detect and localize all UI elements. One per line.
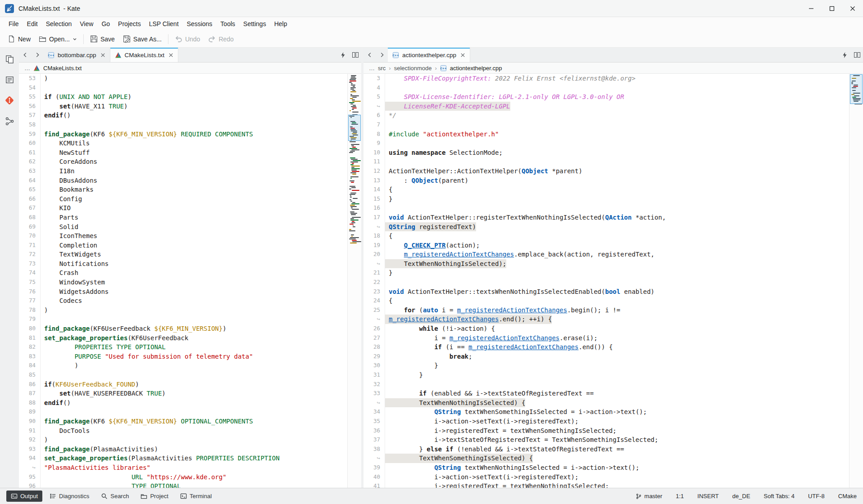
code-line[interactable]: 37 i->textStateOfRegisteredText = TextWh…: [363, 435, 849, 445]
code-line[interactable]: 3 SPDX-FileCopyrightText: 2022 Felix Ern…: [363, 74, 849, 83]
toolview-terminal-button[interactable]: Terminal: [176, 490, 216, 502]
menu-file[interactable]: File: [5, 18, 23, 29]
tab-bottombar.cpp[interactable]: C++bottombar.cpp: [43, 48, 110, 62]
code-line[interactable]: 4: [363, 83, 849, 93]
minimap-viewport[interactable]: [850, 74, 863, 104]
open-button[interactable]: Open...: [35, 33, 81, 45]
editor-left[interactable]: 53)5455if (UNIX AND NOT APPLE)56 set(HAV…: [19, 74, 361, 488]
code-line[interactable]: 16: [363, 203, 849, 213]
code-line[interactable]: 23void ActionTextHelper::textsWhenNothin…: [363, 287, 849, 297]
menu-view[interactable]: View: [76, 18, 97, 29]
history-back-button[interactable]: [19, 48, 31, 62]
history-forward-button[interactable]: [376, 48, 388, 62]
code-line[interactable]: 36 i->registeredText = textWhenSomething…: [363, 426, 849, 436]
code-line[interactable]: ↪ TextWhenNothingIsSelected);: [363, 259, 849, 269]
toolview-output-button[interactable]: Output: [6, 490, 42, 502]
code-line[interactable]: 27 i = m_registeredActionTextChanges.era…: [363, 333, 849, 343]
menu-selection[interactable]: Selection: [42, 18, 76, 29]
breadcrumb-overflow-button[interactable]: …: [369, 65, 375, 72]
code-line[interactable]: 60 KCMUtils: [19, 139, 347, 148]
toolview-project-button[interactable]: Project: [136, 490, 173, 502]
code-line[interactable]: 25 for (auto i = m_registeredActionTextC…: [363, 306, 849, 315]
code-line[interactable]: 73 Notifications: [19, 259, 347, 269]
code-line[interactable]: 88endif(): [19, 398, 347, 408]
tab-close-button[interactable]: [168, 53, 173, 58]
breadcrumb-overflow-button[interactable]: …: [24, 65, 30, 72]
cursor-position[interactable]: 1:1: [676, 493, 684, 500]
code-line[interactable]: 94set_package_properties(PlasmaActivitie…: [19, 454, 347, 463]
code-line[interactable]: 79: [19, 315, 347, 324]
code-line[interactable]: 32: [363, 380, 849, 389]
code-line[interactable]: 7: [363, 120, 849, 130]
save-as-button[interactable]: Save As...: [119, 33, 166, 45]
code-line[interactable]: 80find_package(KF6UserFeedback ${KF6_MIN…: [19, 324, 347, 333]
code-line[interactable]: 59find_package(KF6 ${KF6_MIN_VERSION} RE…: [19, 130, 347, 139]
code-line[interactable]: 87 set(HAVE_KUSERFEEDBACK TRUE): [19, 389, 347, 398]
code-line[interactable]: 57endif(): [19, 111, 347, 120]
code-line[interactable]: 78): [19, 306, 347, 315]
split-view-button[interactable]: [349, 48, 361, 62]
breadcrumb-item[interactable]: src: [378, 65, 386, 72]
split-view-button[interactable]: [851, 48, 863, 62]
history-forward-button[interactable]: [31, 48, 43, 62]
code-line[interactable]: 61 NewStuff: [19, 148, 347, 158]
code-line[interactable]: 14{: [363, 185, 849, 194]
code-line[interactable]: 6*/: [363, 111, 849, 120]
minimap-scrollbar-left[interactable]: [347, 74, 361, 488]
code-line[interactable]: 76 WidgetsAddons: [19, 287, 347, 297]
code-line[interactable]: 67 KIO: [19, 203, 347, 213]
highlight-mode[interactable]: CMake: [838, 493, 857, 500]
code-line[interactable]: 8#include "actiontexthelper.h": [363, 130, 849, 139]
code-line[interactable]: 31 }: [363, 370, 849, 380]
code-line[interactable]: 92): [19, 435, 347, 445]
code-line[interactable]: 71 Completion: [19, 241, 347, 250]
code-line[interactable]: 22: [363, 278, 849, 287]
redo-button[interactable]: Redo: [204, 33, 237, 45]
tab-close-button[interactable]: [100, 53, 105, 58]
toolview-diagnostics-button[interactable]: Diagnostics: [45, 490, 94, 502]
code-line[interactable]: 53): [19, 74, 347, 83]
code-area-right[interactable]: 3 SPDX-FileCopyrightText: 2022 Felix Ern…: [363, 74, 849, 488]
code-line[interactable]: 72 TextWidgets: [19, 250, 347, 259]
code-line[interactable]: ↪ LicenseRef-KDE-Accepted-LGPL: [363, 102, 849, 111]
code-line[interactable]: 81set_package_properties(KF6UserFeedback: [19, 333, 347, 343]
history-back-button[interactable]: [363, 48, 376, 62]
code-line[interactable]: 65 Bookmarks: [19, 185, 347, 194]
menu-projects[interactable]: Projects: [114, 18, 145, 29]
code-line[interactable]: 9: [363, 139, 849, 148]
menu-settings[interactable]: Settings: [239, 18, 270, 29]
code-line[interactable]: 93find_package(PlasmaActivities): [19, 445, 347, 454]
code-line[interactable]: 20 m_registeredActionTextChanges.emplace…: [363, 250, 849, 259]
code-line[interactable]: 69 Solid: [19, 222, 347, 232]
minimap-viewport[interactable]: [348, 115, 361, 141]
menu-edit[interactable]: Edit: [23, 18, 42, 29]
code-line[interactable]: 84 ): [19, 361, 347, 370]
code-line[interactable]: 17void ActionTextHelper::registerTextWhe…: [363, 213, 849, 222]
code-line[interactable]: 58: [19, 120, 347, 130]
code-line[interactable]: 12ActionTextHelper::ActionTextHelper(QOb…: [363, 166, 849, 176]
code-line[interactable]: 39 QString textWhenNothingIsSelected = i…: [363, 463, 849, 472]
sidebar-git-button[interactable]: [3, 94, 16, 107]
breadcrumb-item[interactable]: selectionmode: [394, 65, 432, 72]
code-line[interactable]: 35 i->action->setText(i->registeredText)…: [363, 417, 849, 426]
toolview-search-button[interactable]: Search: [96, 490, 133, 502]
code-line[interactable]: ↪ TextWhenNothingIsSelected) {: [363, 398, 849, 408]
git-branch-indicator[interactable]: master: [636, 493, 663, 500]
code-line[interactable]: 10using namespace SelectionMode;: [363, 148, 849, 158]
tab-width-setting[interactable]: Soft Tabs: 4: [764, 493, 795, 500]
code-line[interactable]: 63 I18n: [19, 166, 347, 176]
code-line[interactable]: ↪ TextWhenSomethingIsSelected) {: [363, 454, 849, 463]
menu-lsp-client[interactable]: LSP Client: [145, 18, 183, 29]
code-line[interactable]: 29 break;: [363, 352, 849, 361]
code-line[interactable]: 26 while (!i->action) {: [363, 324, 849, 333]
code-line[interactable]: 66 Config: [19, 194, 347, 204]
editor-right[interactable]: 3 SPDX-FileCopyrightText: 2022 Felix Ern…: [363, 74, 863, 488]
code-line[interactable]: 74 Crash: [19, 268, 347, 278]
code-line[interactable]: ↪QString registeredText): [363, 222, 849, 232]
undo-button[interactable]: Undo: [171, 33, 204, 45]
code-line[interactable]: 28 if (i == m_registeredActionTextChange…: [363, 342, 849, 352]
code-area-left[interactable]: 53)5455if (UNIX AND NOT APPLE)56 set(HAV…: [19, 74, 347, 488]
menu-sessions[interactable]: Sessions: [183, 18, 217, 29]
code-line[interactable]: 11: [363, 157, 849, 166]
code-line[interactable]: 70 IconThemes: [19, 231, 347, 241]
